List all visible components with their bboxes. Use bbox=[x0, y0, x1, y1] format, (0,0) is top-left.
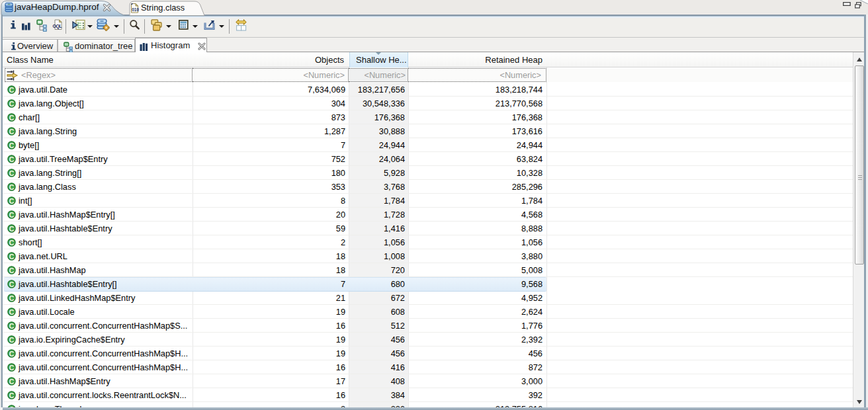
svg-text:C: C bbox=[9, 294, 15, 302]
svg-text:C: C bbox=[9, 364, 15, 372]
svg-text:C: C bbox=[9, 322, 15, 330]
svg-text:C: C bbox=[9, 183, 15, 191]
svg-text:C: C bbox=[9, 378, 15, 386]
svg-text:C: C bbox=[9, 155, 15, 163]
svg-text:C: C bbox=[9, 114, 15, 122]
svg-text:C: C bbox=[9, 128, 15, 136]
svg-text:C: C bbox=[9, 280, 15, 288]
svg-text:C: C bbox=[9, 336, 15, 344]
svg-text:OQL: OQL bbox=[53, 24, 63, 29]
svg-text:C: C bbox=[9, 197, 15, 205]
svg-text:C: C bbox=[9, 350, 15, 358]
svg-text:C: C bbox=[9, 142, 15, 149]
svg-text:C: C bbox=[9, 86, 15, 94]
svg-text:C: C bbox=[9, 211, 15, 219]
svg-text:C: C bbox=[9, 100, 15, 108]
svg-text:C: C bbox=[9, 308, 15, 316]
svg-text:C: C bbox=[9, 169, 15, 177]
svg-text:C: C bbox=[9, 239, 15, 247]
svg-text:C: C bbox=[9, 225, 15, 233]
svg-text:010: 010 bbox=[132, 7, 139, 12]
svg-text:C: C bbox=[9, 266, 15, 274]
svg-text:C: C bbox=[9, 391, 15, 399]
svg-text:C: C bbox=[9, 253, 15, 261]
